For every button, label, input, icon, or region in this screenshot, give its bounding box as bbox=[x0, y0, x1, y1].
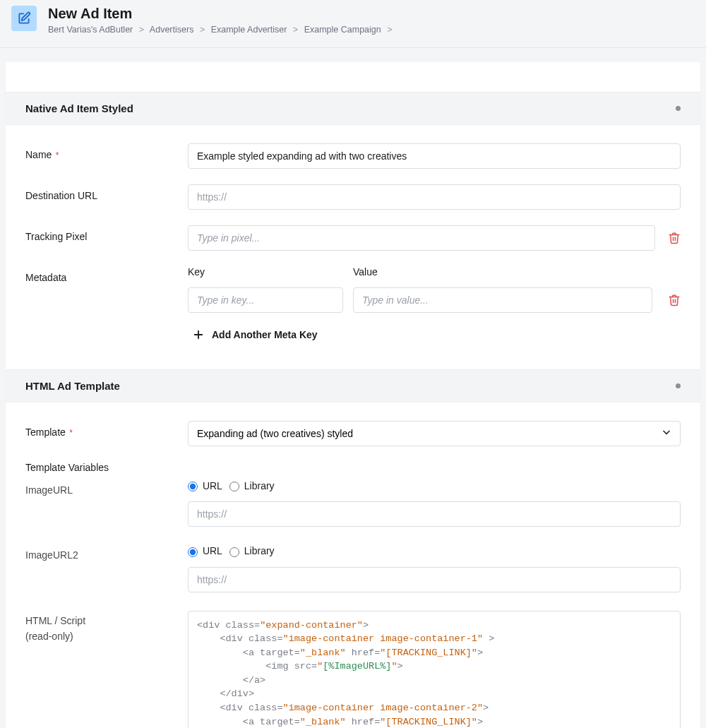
plus-icon bbox=[192, 328, 205, 341]
imageurl-url-radio[interactable]: URL bbox=[188, 480, 222, 491]
section-header-template[interactable]: HTML Ad Template bbox=[6, 369, 700, 402]
breadcrumb-link[interactable]: Example Advertiser bbox=[211, 25, 287, 35]
imageurl2-url-radio[interactable]: URL bbox=[188, 545, 222, 556]
name-input[interactable] bbox=[188, 143, 681, 169]
metadata-label: Metadata bbox=[25, 266, 188, 283]
template-variables-label: Template Variables bbox=[25, 462, 681, 473]
imageurl2-library-radio[interactable]: Library bbox=[229, 545, 275, 556]
metadata-value-input[interactable] bbox=[353, 287, 652, 313]
section-title: Native Ad Item Styled bbox=[25, 102, 133, 114]
blank-section bbox=[6, 62, 700, 92]
imageurl-library-radio[interactable]: Library bbox=[229, 480, 275, 491]
edit-icon bbox=[11, 6, 37, 31]
section-title: HTML Ad Template bbox=[25, 380, 120, 392]
metadata-key-input[interactable] bbox=[188, 287, 343, 313]
breadcrumb-link[interactable]: Advertisers bbox=[150, 25, 194, 35]
destination-url-input[interactable] bbox=[188, 184, 681, 210]
metadata-value-label: Value bbox=[353, 266, 652, 278]
template-select[interactable]: Expanding ad (two creatives) styled bbox=[188, 421, 681, 446]
template-label: Template * bbox=[25, 421, 188, 438]
breadcrumb-link[interactable]: Example Campaign bbox=[304, 25, 381, 35]
imageurl2-input[interactable] bbox=[188, 567, 681, 592]
breadcrumb-link[interactable]: Bert Varias's AdButler bbox=[48, 25, 133, 35]
trash-icon[interactable] bbox=[668, 232, 681, 244]
breadcrumb: Bert Varias's AdButler > Advertisers > E… bbox=[48, 25, 396, 35]
name-label: Name * bbox=[25, 143, 188, 160]
htmlscript-readonly-box: <div class="expand-container"> <div clas… bbox=[188, 611, 681, 728]
page-header: New Ad Item Bert Varias's AdButler > Adv… bbox=[0, 0, 706, 48]
imageurl2-label: ImageURL2 bbox=[25, 545, 188, 561]
imageurl-label: ImageURL bbox=[25, 480, 188, 496]
page-title: New Ad Item bbox=[48, 6, 396, 22]
add-meta-button[interactable]: Add Another Meta Key bbox=[188, 328, 681, 341]
section-menu-icon[interactable] bbox=[676, 383, 681, 388]
section-menu-icon[interactable] bbox=[676, 106, 681, 111]
readonly-note: (read-only) bbox=[25, 631, 188, 642]
htmlscript-label: HTML / Script (read-only) bbox=[25, 611, 188, 642]
imageurl-input[interactable] bbox=[188, 501, 681, 527]
tracking-pixel-input[interactable] bbox=[188, 225, 655, 251]
add-meta-label: Add Another Meta Key bbox=[212, 329, 318, 340]
destination-url-label: Destination URL bbox=[25, 184, 188, 201]
metadata-key-label: Key bbox=[188, 266, 343, 278]
trash-icon[interactable] bbox=[668, 294, 681, 306]
section-header-native[interactable]: Native Ad Item Styled bbox=[6, 92, 700, 125]
tracking-pixel-label: Tracking Pixel bbox=[25, 225, 188, 242]
